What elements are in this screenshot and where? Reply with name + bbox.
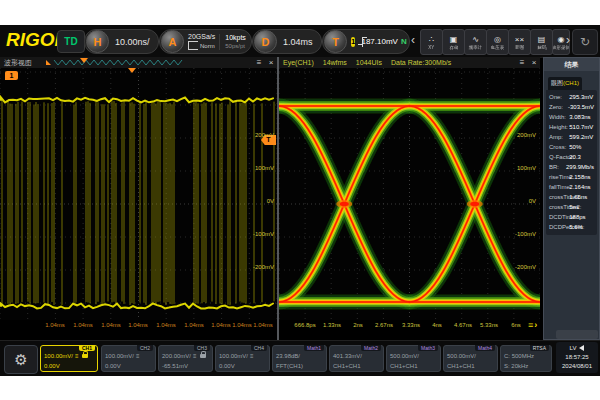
eye-ylabel: 0V [506, 198, 536, 204]
eye-xlabel: 666.8ps [291, 322, 319, 328]
measurement-row: Cross:50% [546, 142, 597, 152]
delay-control[interactable]: D 1.04ms [252, 29, 322, 54]
wv-ylabel: 100mV [244, 165, 274, 171]
tool-storage-button[interactable]: ▣ 存储 [442, 29, 465, 55]
eye-xlabel: 4.67ns [449, 322, 477, 328]
eye-xlabel: 2ns [344, 322, 372, 328]
eye-diagram-icon: ×× [515, 35, 524, 44]
sound-icon [579, 345, 584, 351]
acquisition-knob[interactable]: A [161, 30, 184, 53]
system-time: 18:57:25 [556, 353, 598, 362]
acquire-mode-icon [188, 41, 198, 50]
eye-bottom-menu-icon[interactable]: ≡› [528, 320, 538, 330]
eye-uis-count: 1044UIs [356, 59, 382, 66]
math-box-math2[interactable]: Math2 401.33mV/ CH1+CH1 [329, 345, 384, 372]
oscilloscope-ui: RIGOL TD H 10.00ns/ A 20GSa/s Norm 10kpt… [0, 25, 600, 375]
math-box-math3[interactable]: Math3 500.00mV/ CH1+CH1 [386, 345, 441, 372]
lock-icon [200, 354, 206, 358]
tool-eye-button[interactable]: ×× 眼图 [508, 29, 531, 55]
trigger-coupling: N [401, 37, 407, 46]
results-footer-button[interactable] [556, 330, 598, 339]
lan-status: LV [570, 345, 577, 351]
eye-data-rate: Data Rate:300Mb/s [391, 59, 451, 66]
eye-plot-area[interactable] [279, 68, 540, 320]
delay-value: 1.04ms [277, 37, 319, 47]
measurement-row: riseTime:2.158ns [546, 172, 597, 182]
horizontal-knob[interactable]: H [86, 30, 109, 53]
results-panel: 结果 眼图(CH1) One:295.3mV Zero:-303.5mV Wid… [543, 57, 600, 340]
waveform-view-title: 波形视图 [0, 58, 32, 68]
memory-depth: 10kpts [225, 34, 246, 42]
horizontal-scale-control[interactable]: H 10.00ns/ [84, 29, 159, 54]
tool-decode-button[interactable]: ▤ 解码 [530, 29, 553, 55]
bottom-channel-bar: ⚙ CH1 100.00mV/≡ 0.00V CH2 100.00mV/≡ 0.… [0, 340, 600, 376]
eye-measurements-card: One:295.3mV Zero:-303.5mV Width:3.083ns … [546, 90, 597, 235]
rtsa-box[interactable]: RTSA C: 500MHz S: 20kHz [500, 345, 552, 372]
wv-xlabel: 1.04ms [249, 322, 277, 328]
gear-icon[interactable]: ⚙ [4, 345, 38, 374]
measurement-row: Amp:599.2mV [546, 132, 597, 142]
eye-menu-icon[interactable]: ≡ [516, 58, 528, 67]
coupling-icon: ≡ [136, 353, 140, 359]
results-tab-eye-ch1[interactable]: 眼图(CH1) [548, 77, 582, 90]
wv-ylabel: 0V [244, 198, 274, 204]
channel-box-ch2[interactable]: CH2 100.00mV/≡ 0.00V [101, 345, 156, 372]
eye-wfms-count: 14wfms [323, 59, 347, 66]
trigger-status-indicator[interactable]: TD [57, 30, 85, 53]
channel-box-ch1[interactable]: CH1 100.00mV/≡ 0.00V [40, 345, 98, 372]
wv-ylabel: -100mV [244, 231, 274, 237]
math-box-math1[interactable]: Math1 23.98dB/ FFT(CH1) [272, 345, 327, 372]
refresh-icon[interactable]: ↻ [572, 29, 598, 55]
eye-close-icon[interactable]: × [528, 58, 540, 67]
eye-ylabel: 200mV [506, 132, 536, 138]
sample-rate: 20GSa/s [188, 33, 215, 41]
waveform-menu-icon[interactable]: ≡ [253, 58, 265, 67]
wv-xlabel: 1.04ms [41, 322, 69, 328]
eye-xlabel: 1.33ns [318, 322, 346, 328]
acquire-mode: Norm [200, 42, 215, 50]
coupling-icon: ≡ [193, 353, 197, 359]
tool-xy-button[interactable]: ∴ XY [420, 29, 443, 55]
eye-ylabel: 100mV [506, 165, 536, 171]
xy-icon: ∴ [429, 35, 434, 44]
wv-ylabel: -200mV [244, 264, 274, 270]
wv-xlabel: 1.04ms [97, 322, 125, 328]
eye-xlabel: 6ns [502, 322, 530, 328]
lock-icon [82, 354, 88, 358]
horizontal-scale-value: 10.00ns/ [109, 37, 156, 47]
acquisition-control[interactable]: A 20GSa/s Norm 10kpts 50ps/pt [159, 29, 252, 54]
channel-box-ch3[interactable]: CH3 200.00mV/≡ -65.51mV [158, 345, 213, 372]
tools-scroll-right[interactable]: › [566, 33, 570, 47]
tools-scroll-left[interactable]: ‹ [411, 33, 415, 47]
channel-box-ch4[interactable]: CH4 100.00mV/≡ 0.00V [215, 345, 270, 372]
trigger-knob[interactable]: T [324, 30, 347, 53]
trigger-control[interactable]: T 1 187.10mV N [322, 29, 410, 54]
measurement-row: DCDPercent:5.6% [546, 222, 597, 232]
system-clock[interactable]: LV 18:57:25 2024/08/01 [556, 342, 598, 373]
waveform-plot-area[interactable] [0, 68, 277, 320]
voltmeter-icon: ◎ [494, 35, 501, 44]
tool-voltmeter-button[interactable]: ◎ 电压表 [486, 29, 509, 55]
measurement-row: crossTime1:1.66ns [546, 192, 597, 202]
wv-xlabel: 1.04ms [69, 322, 97, 328]
waveform-close-icon[interactable]: × [265, 58, 277, 67]
measurement-row: Q-Factor:20.3 [546, 152, 597, 162]
sample-resolution: 50ps/pt [225, 42, 246, 50]
system-date: 2024/08/01 [556, 362, 598, 371]
wv-xlabel: 1.04ms [152, 322, 180, 328]
eye-xlabel: 3.33ns [397, 322, 425, 328]
wv-xlabel: 1.04ms [124, 322, 152, 328]
channel1-marker[interactable]: 1 [5, 71, 18, 80]
math-box-math4[interactable]: Math4 500.00mV/ CH1+CH1 [443, 345, 498, 372]
trigger-position-marker[interactable] [128, 68, 136, 73]
measurement-row: One:295.3mV [546, 92, 597, 102]
wv-xlabel: 1.04ms [180, 322, 208, 328]
trigger-source-badge: 1 [351, 37, 355, 47]
measurement-row: DCDTime:188ps [546, 212, 597, 222]
waveform-preview-strip[interactable] [44, 58, 194, 67]
eye-xlabel: 4ns [423, 322, 451, 328]
eye-ylabel: -200mV [506, 264, 536, 270]
tool-counter-button[interactable]: ∿ 频率计 [464, 29, 487, 55]
delay-knob[interactable]: D [254, 30, 277, 53]
measurement-row: fallTime:2.164ns [546, 182, 597, 192]
